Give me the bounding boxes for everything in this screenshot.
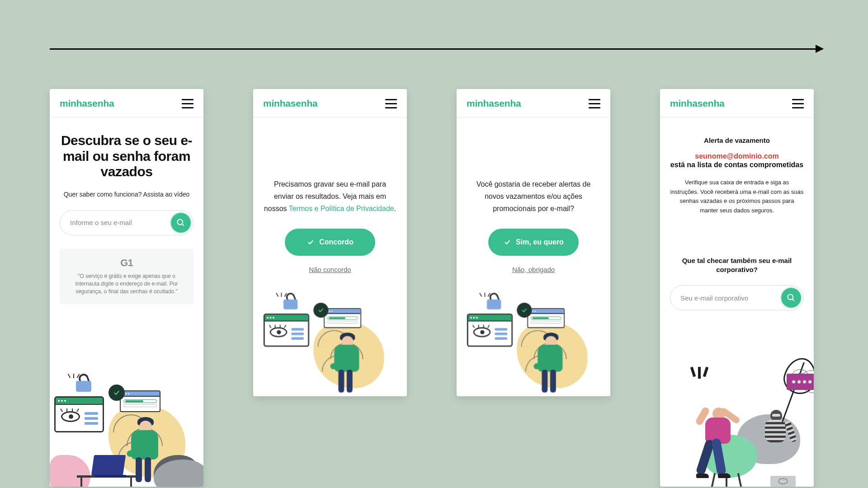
timeline-arrow	[50, 48, 823, 50]
agree-label: Concordo	[319, 238, 354, 246]
checkmark-icon	[108, 385, 125, 401]
menu-icon[interactable]	[182, 99, 193, 108]
header: minhasenha	[50, 89, 203, 117]
illustration-laptop-leak-small	[463, 318, 604, 396]
screen-leak-result: minhasenha Alerta de vazamento seunome@d…	[660, 89, 814, 487]
agree-button[interactable]: Concordo	[285, 229, 375, 256]
illustration-laptop-leak	[50, 374, 203, 487]
svg-line-1	[182, 224, 184, 225]
corporate-prompt: Que tal checar também seu e-mail corpora…	[670, 256, 804, 275]
optin-button[interactable]: Sim, eu quero	[488, 229, 579, 256]
header: minhasenha	[457, 89, 610, 117]
header: minhasenha	[660, 89, 814, 117]
svg-point-0	[178, 219, 183, 225]
page-title: Descubra se o seu e-mail ou senha foram …	[60, 133, 193, 180]
eye-chip-icon	[770, 476, 796, 487]
search-button[interactable]	[171, 213, 191, 233]
optout-link[interactable]: Não, obrigado	[512, 266, 555, 273]
svg-line-3	[793, 299, 794, 301]
status-text: está na lista de contas comprometidas	[670, 160, 804, 170]
consent-text: Precisamos gravar seu e-mail para enviar…	[263, 178, 397, 215]
brand-logo[interactable]: minhasenha	[60, 98, 114, 109]
consent-content: Precisamos gravar seu e-mail para enviar…	[253, 117, 407, 396]
terms-link[interactable]: Termos e Política de Privacidade	[289, 205, 394, 212]
search-icon	[787, 293, 796, 302]
menu-icon[interactable]	[792, 99, 804, 108]
menu-icon[interactable]	[589, 99, 600, 108]
alerts-text: Você gostaria de receber alertas de novo…	[467, 178, 600, 215]
consent-suffix: .	[394, 205, 396, 212]
brand-logo[interactable]: minhasenha	[670, 98, 725, 109]
decline-link[interactable]: Não concordo	[309, 266, 351, 273]
screen-consent-terms: minhasenha Precisamos gravar seu e-mail …	[253, 89, 407, 396]
instructions-text: Verifique sua caixa de entrada e siga as…	[670, 178, 804, 216]
alerts-content: Você gostaria de receber alertas de novo…	[457, 117, 610, 396]
screen-consent-alerts: minhasenha Você gostaria de receber aler…	[457, 89, 610, 396]
press-quote: "O serviço é grátis e exige apenas que o…	[66, 272, 187, 296]
header: minhasenha	[253, 89, 407, 117]
menu-icon[interactable]	[385, 99, 397, 108]
press-quote-card: G1 "O serviço é grátis e exige apenas qu…	[60, 249, 193, 304]
optin-label: Sim, eu quero	[516, 238, 564, 246]
brand-logo[interactable]: minhasenha	[263, 98, 318, 109]
check-icon	[503, 238, 511, 246]
corp-email-search	[670, 285, 804, 310]
password-chip-icon	[787, 374, 814, 390]
result-content: Alerta de vazamento seunome@dominio.com …	[660, 117, 814, 487]
alert-heading: Alerta de vazamento	[670, 136, 804, 144]
subtitle[interactable]: Quer saber como funciona? Assista ao víd…	[60, 190, 193, 199]
email-search	[60, 210, 193, 235]
illustration-password-thief	[660, 360, 814, 487]
search-icon	[176, 218, 185, 227]
compromised-email: seunome@dominio.com	[670, 152, 804, 160]
svg-point-2	[788, 295, 793, 300]
landing-content: Descubra se o seu e-mail ou senha foram …	[50, 117, 203, 487]
brand-logo[interactable]: minhasenha	[467, 98, 521, 109]
press-source-logo: G1	[66, 257, 187, 269]
screens-row: minhasenha Descubra se o seu e-mail ou s…	[50, 89, 814, 487]
illustration-laptop-leak-small	[259, 318, 401, 396]
check-icon	[307, 238, 315, 246]
screen-landing: minhasenha Descubra se o seu e-mail ou s…	[50, 89, 203, 487]
